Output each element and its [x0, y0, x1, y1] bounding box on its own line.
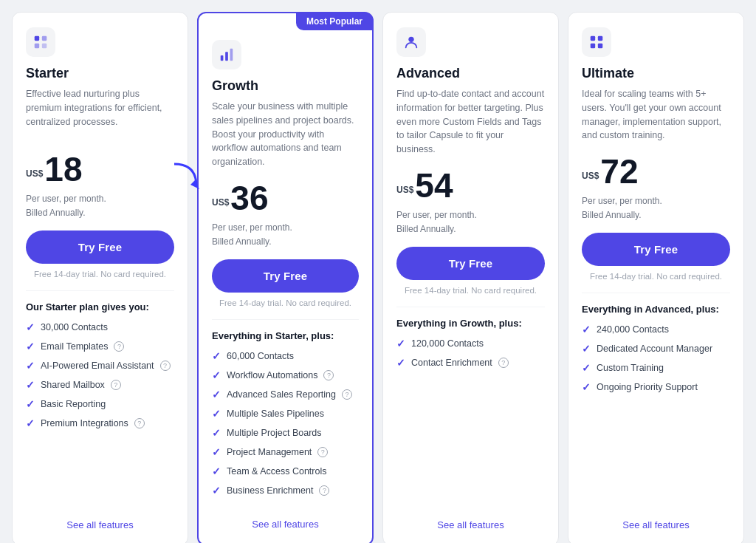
feature-text: Dedicated Account Manager: [597, 344, 712, 354]
try-free-button[interactable]: Try Free: [212, 259, 359, 293]
svg-rect-9: [591, 36, 595, 41]
price-amount: 36: [230, 181, 268, 215]
check-icon: ✓: [26, 360, 35, 372]
try-free-button[interactable]: Try Free: [26, 230, 174, 264]
feature-item: ✓ Email Templates ?: [26, 341, 174, 352]
trial-note: Free 14-day trial. No card required.: [396, 286, 545, 295]
feature-text: 120,000 Contacts: [411, 338, 484, 349]
feature-item: ✓ Project Management ?: [212, 446, 359, 458]
info-icon: ?: [111, 380, 121, 390]
info-icon: ?: [342, 389, 352, 400]
plan-icon-ultimate: [582, 27, 611, 57]
plan-card-growth: Most Popular Growth Scale your business …: [197, 12, 374, 543]
section-divider: [396, 307, 545, 307]
price-currency: US$: [582, 171, 599, 181]
plan-name: Growth: [212, 78, 359, 94]
feature-item: ✓ Dedicated Account Manager: [582, 343, 730, 355]
feature-text: Shared Mailbox: [41, 380, 105, 390]
feature-text: Email Templates: [41, 341, 108, 352]
check-icon: ✓: [396, 338, 405, 349]
try-free-button[interactable]: Try Free: [396, 247, 545, 280]
trial-note: Free 14-day trial. No card required.: [582, 272, 730, 281]
plan-card-ultimate: Ultimate Ideal for scaling teams with 5+…: [568, 12, 744, 543]
svg-rect-11: [591, 44, 595, 48]
feature-text: Business Enrichment: [227, 485, 313, 496]
plan-icon-growth: [212, 40, 241, 69]
feature-item: ✓ 30,000 Contacts: [26, 321, 174, 333]
check-icon: ✓: [582, 362, 591, 374]
price-billing: Per user, per month.Billed Annually.: [396, 208, 545, 236]
feature-text: Multiple Sales Pipelines: [227, 409, 324, 419]
feature-item: ✓ Multiple Project Boards: [212, 427, 359, 439]
check-icon: ✓: [582, 324, 591, 335]
plan-name: Ultimate: [582, 66, 730, 81]
section-divider: [212, 319, 359, 320]
feature-list: ✓ 30,000 Contacts ✓ Email Templates ? ✓ …: [26, 321, 174, 505]
try-free-button[interactable]: Try Free: [582, 233, 730, 266]
info-icon: ?: [498, 358, 509, 368]
feature-text: AI-Powered Email Assistant: [41, 361, 154, 371]
check-icon: ✓: [212, 427, 221, 439]
check-icon: ✓: [26, 417, 35, 429]
plan-description: Find up-to-date contact and account info…: [396, 87, 545, 157]
see-all-features-link[interactable]: See all features: [582, 505, 730, 530]
price-billing: Per user, per month.Billed Annually.: [212, 221, 359, 249]
feature-item: ✓ 60,000 Contacts: [212, 350, 359, 362]
price-amount: 72: [600, 154, 638, 188]
feature-item: ✓ Custom Training: [582, 362, 730, 374]
pricing-grid: Starter Effective lead nurturing plus pr…: [12, 12, 744, 543]
feature-text: Premium Integrations: [41, 418, 128, 428]
svg-rect-12: [598, 44, 602, 48]
see-all-features-link[interactable]: See all features: [396, 505, 545, 530]
most-popular-badge: Most Popular: [296, 13, 373, 30]
info-icon: ?: [319, 485, 329, 496]
plan-name: Advanced: [396, 66, 545, 81]
check-icon: ✓: [212, 350, 221, 362]
price-block: US$ 54: [396, 168, 545, 202]
feature-list: ✓ 120,000 Contacts ✓ Contact Enrichment …: [396, 338, 545, 505]
feature-text: Project Management: [227, 447, 312, 457]
info-icon: ?: [114, 341, 124, 352]
info-icon: ?: [317, 447, 328, 457]
check-icon: ✓: [26, 321, 35, 333]
feature-item: ✓ AI-Powered Email Assistant ?: [26, 360, 174, 372]
feature-item: ✓ Advanced Sales Reporting ?: [212, 389, 359, 400]
feature-text: Team & Access Controls: [227, 466, 326, 477]
info-icon: ?: [160, 361, 171, 371]
feature-item: ✓ 240,000 Contacts: [582, 324, 730, 335]
svg-rect-5: [221, 55, 224, 61]
check-icon: ✓: [212, 446, 221, 458]
see-all-features-link[interactable]: See all features: [212, 504, 359, 530]
check-icon: ✓: [582, 343, 591, 355]
price-amount: 18: [44, 152, 82, 186]
see-all-features-link[interactable]: See all features: [26, 505, 174, 530]
price-block: US$ 18: [26, 152, 174, 186]
feature-text: Contact Enrichment: [411, 358, 492, 368]
feature-text: 60,000 Contacts: [227, 351, 294, 361]
feature-text: Workflow Automations: [227, 370, 317, 380]
plan-icon-advanced: [396, 27, 426, 57]
plan-card-advanced: Advanced Find up-to-date contact and acc…: [382, 12, 559, 543]
feature-text: 240,000 Contacts: [597, 324, 669, 335]
feature-text: Ongoing Priority Support: [597, 382, 698, 392]
check-icon: ✓: [26, 379, 35, 391]
feature-item: ✓ Contact Enrichment ?: [396, 357, 545, 369]
feature-item: ✓ Team & Access Controls: [212, 465, 359, 477]
svg-rect-6: [225, 52, 228, 61]
feature-list: ✓ 240,000 Contacts ✓ Dedicated Account M…: [582, 324, 730, 505]
feature-item: ✓ Premium Integrations ?: [26, 417, 174, 429]
svg-rect-1: [42, 36, 47, 41]
feature-text: Basic Reporting: [41, 399, 106, 409]
svg-rect-0: [35, 36, 39, 41]
plan-description: Ideal for scaling teams with 5+ users. Y…: [582, 87, 730, 143]
price-currency: US$: [396, 185, 413, 195]
plan-name: Starter: [26, 66, 174, 81]
plan-card-starter: Starter Effective lead nurturing plus pr…: [12, 12, 188, 543]
price-billing: Per user, per month.Billed Annually.: [582, 194, 730, 222]
feature-text: Custom Training: [597, 363, 664, 373]
price-billing: Per user, per month.Billed Annually.: [26, 192, 174, 220]
feature-item: ✓ Basic Reporting: [26, 398, 174, 410]
price-block: US$ 36: [212, 181, 359, 215]
feature-list: ✓ 60,000 Contacts ✓ Workflow Automations…: [212, 350, 359, 504]
feature-item: ✓ Business Enrichment ?: [212, 485, 359, 496]
